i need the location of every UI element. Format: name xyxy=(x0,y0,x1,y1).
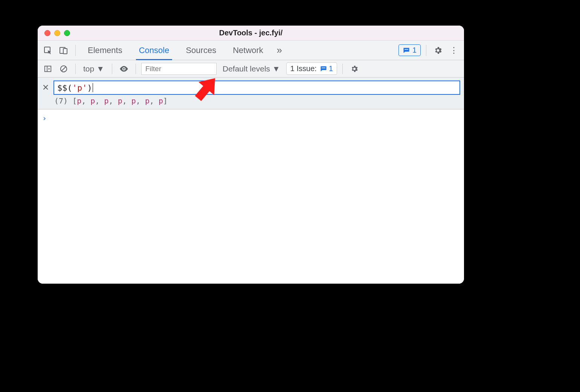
inspect-element-icon[interactable] xyxy=(41,44,54,57)
issues-count: 1 xyxy=(329,64,333,73)
result-item[interactable]: p xyxy=(131,96,136,105)
tab-sources[interactable]: Sources xyxy=(179,41,223,60)
main-tab-bar: Elements Console Sources Network » 1 ⋮ xyxy=(38,41,464,60)
message-icon xyxy=(320,65,327,73)
eager-evaluation-row: ✕ $$('p') (7) [p, p, p, p, p, p, p] xyxy=(38,77,464,109)
issues-button[interactable]: 1 Issue: 1 xyxy=(286,62,337,75)
tab-console[interactable]: Console xyxy=(132,41,176,60)
levels-label: Default levels xyxy=(223,64,270,73)
console-prompt-row: › xyxy=(42,113,459,123)
expr-function: $$ xyxy=(57,83,67,93)
live-expression-icon[interactable] xyxy=(118,62,130,75)
separator xyxy=(426,45,426,56)
comma: , xyxy=(150,96,159,105)
context-label: top xyxy=(83,64,94,73)
separator xyxy=(75,45,76,56)
result-close-bracket: ] xyxy=(163,96,168,105)
text-caret xyxy=(93,83,93,92)
svg-line-7 xyxy=(62,67,66,71)
result-item[interactable]: p xyxy=(77,96,81,105)
console-body: › xyxy=(38,109,464,284)
result-item[interactable]: p xyxy=(145,96,150,105)
zoom-window-button[interactable] xyxy=(64,30,70,36)
separator xyxy=(342,64,343,74)
svg-point-8 xyxy=(123,68,125,69)
expr-string: 'p' xyxy=(72,83,87,93)
window-titlebar: DevTools - jec.fyi/ xyxy=(38,26,464,41)
prompt-chevron-icon: › xyxy=(42,114,47,123)
tab-network[interactable]: Network xyxy=(226,41,270,60)
live-expression-input[interactable]: $$('p') xyxy=(53,81,460,95)
comma: , xyxy=(122,96,131,105)
tab-elements[interactable]: Elements xyxy=(81,41,129,60)
console-settings-icon[interactable] xyxy=(348,62,361,75)
toggle-sidebar-icon[interactable] xyxy=(41,62,54,75)
console-toolbar: top ▼ Default levels ▼ 1 Issue: 1 xyxy=(38,60,464,77)
comma: , xyxy=(95,96,104,105)
message-icon xyxy=(403,47,410,54)
settings-icon[interactable] xyxy=(432,44,444,57)
more-tabs-icon[interactable]: » xyxy=(273,44,286,57)
separator xyxy=(136,64,136,74)
expr-open-paren: ( xyxy=(67,83,72,93)
log-levels-selector[interactable]: Default levels ▼ xyxy=(220,64,283,73)
close-window-button[interactable] xyxy=(44,30,50,36)
console-prompt-input[interactable] xyxy=(50,113,459,123)
feedback-count: 1 xyxy=(412,46,417,55)
svg-rect-3 xyxy=(404,49,408,50)
eager-result: (7) [p, p, p, p, p, p, p] xyxy=(41,96,460,105)
svg-rect-9 xyxy=(322,67,325,68)
comma: , xyxy=(136,96,145,105)
result-item[interactable]: p xyxy=(159,96,163,105)
clear-console-icon[interactable] xyxy=(57,62,70,75)
filter-input[interactable] xyxy=(141,63,217,75)
close-icon[interactable]: ✕ xyxy=(41,83,50,93)
separator xyxy=(75,64,76,74)
execution-context-selector[interactable]: top ▼ xyxy=(81,64,107,73)
result-count: (7) xyxy=(54,96,68,105)
svg-rect-2 xyxy=(63,49,67,54)
svg-rect-4 xyxy=(45,66,51,71)
device-toggle-icon[interactable] xyxy=(57,44,70,57)
result-open-bracket: [ xyxy=(72,96,77,105)
devtools-window: DevTools - jec.fyi/ Elements Console Sou… xyxy=(38,26,464,284)
comma: , xyxy=(81,96,90,105)
minimize-window-button[interactable] xyxy=(54,30,60,36)
chevron-down-icon: ▼ xyxy=(96,64,104,73)
kebab-menu-icon[interactable]: ⋮ xyxy=(447,44,460,57)
result-item[interactable]: p xyxy=(104,96,109,105)
result-item[interactable]: p xyxy=(90,96,95,105)
chevron-down-icon: ▼ xyxy=(272,64,280,73)
window-title: DevTools - jec.fyi/ xyxy=(38,29,464,37)
issues-label: 1 Issue: xyxy=(290,64,317,73)
comma: , xyxy=(109,96,118,105)
traffic-lights xyxy=(38,30,70,36)
feedback-button[interactable]: 1 xyxy=(398,44,421,56)
expr-close-paren: ) xyxy=(87,83,92,93)
separator xyxy=(112,64,112,74)
result-item[interactable]: p xyxy=(118,96,122,105)
